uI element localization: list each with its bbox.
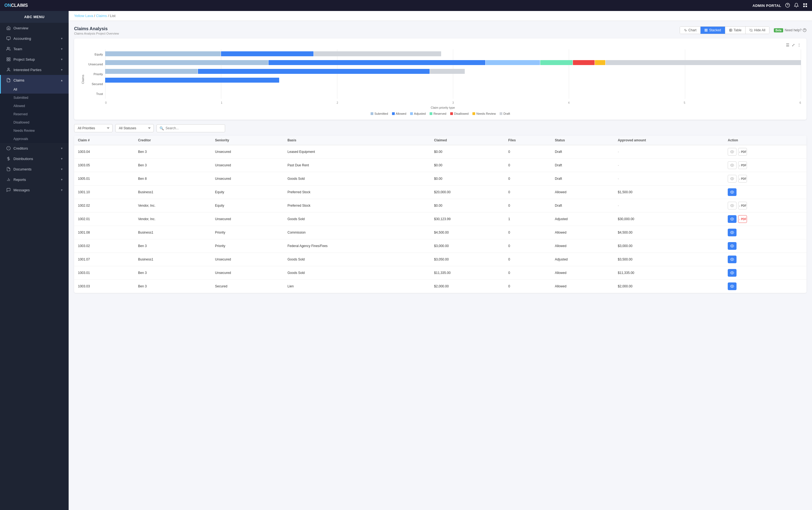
sidebar-sub-allowed[interactable]: Allowed [0, 102, 69, 110]
legend-submitted: Submitted [371, 112, 388, 115]
view-btn-8[interactable] [728, 256, 736, 263]
view-btn-2[interactable] [728, 175, 736, 183]
cell-files-3: 0 [504, 185, 551, 199]
pdf-btn-1[interactable]: ↓ PDF [738, 161, 747, 169]
bell-icon[interactable] [794, 3, 799, 8]
sidebar-item-interested-parties[interactable]: Interested Parties ▼ [0, 64, 69, 75]
claims-icon [6, 78, 11, 82]
pdf-btn-4[interactable]: ↓ PDF [738, 202, 747, 209]
view-btn-7[interactable] [728, 242, 736, 250]
sidebar-item-messages[interactable]: Messages ▼ [0, 185, 69, 195]
table-view-btn[interactable]: Table [725, 27, 746, 34]
list-view-icon-btn[interactable]: ☰ [786, 43, 789, 47]
stacked-view-btn[interactable]: Stacked [700, 27, 725, 34]
legend-dot-submitted [371, 112, 373, 115]
pdf-btn-0[interactable]: ↓ PDF [738, 148, 747, 156]
cell-status-5: Adjusted [551, 212, 614, 226]
pdf-btn-5[interactable]: ↓ PDF [738, 215, 747, 223]
chevron-messages: ▼ [60, 188, 63, 191]
analysis-title: Claims Analysis [74, 26, 119, 31]
legend-adjusted: Adjusted [410, 112, 426, 115]
documents-icon [6, 167, 11, 171]
sidebar-item-team[interactable]: Team ▼ [0, 43, 69, 54]
eye-icon-9 [730, 271, 734, 275]
sidebar-item-creditors[interactable]: Creditors ▼ [0, 143, 69, 153]
team-icon [6, 47, 11, 51]
cell-status-2: Draft [551, 172, 614, 185]
need-help-link[interactable]: Need help? [785, 28, 807, 32]
sidebar-label-messages: Messages [13, 188, 30, 192]
view-btn-0[interactable] [728, 148, 736, 156]
reports-icon [6, 177, 11, 182]
legend-dot-disallowed [450, 112, 453, 115]
bar-unsecured-submitted [105, 60, 268, 65]
breadcrumb-section[interactable]: Claims [96, 14, 107, 18]
claims-submenu: All Submitted Allowed Reserved Disallowe… [0, 85, 69, 143]
y-label-trust: Trust [96, 92, 103, 95]
top-navbar: ONCLAIMS ADMIN PORTAL [0, 0, 812, 11]
sidebar-item-overview[interactable]: Overview [0, 23, 69, 33]
cell-approved-8: $3,500.00 [614, 253, 724, 266]
need-help-icon [803, 28, 807, 32]
eye-icon-10 [730, 284, 734, 288]
view-btn-9[interactable] [728, 269, 736, 277]
view-btn-3[interactable] [728, 188, 736, 196]
sidebar-item-documents[interactable]: Documents ▼ [0, 164, 69, 174]
cell-seniority-4: Equity [211, 199, 284, 212]
eye-icon-7 [730, 244, 734, 248]
messages-icon [6, 188, 11, 192]
cell-claimed-0: $0.00 [430, 145, 504, 159]
sidebar-sub-disallowed[interactable]: Disallowed [0, 118, 69, 126]
parties-icon [6, 67, 11, 72]
sidebar-sub-all[interactable]: All [0, 85, 69, 94]
cell-approved-0: - [614, 145, 724, 159]
more-options-btn[interactable]: ⋮ [797, 43, 801, 47]
cell-seniority-0: Unsecured [211, 145, 284, 159]
priority-filter[interactable]: All Priorities Equity Unsecured Priority… [74, 124, 113, 132]
sidebar-sub-submitted[interactable]: Submitted [0, 94, 69, 102]
sidebar-item-accounting[interactable]: Accounting ▼ [0, 33, 69, 43]
breadcrumb-page: List [110, 14, 115, 18]
hide-all-view-btn[interactable]: Hide All [746, 27, 769, 34]
sidebar-item-project-setup[interactable]: Project Setup ▼ [0, 54, 69, 64]
view-btn-4[interactable] [728, 202, 736, 209]
help-icon[interactable] [785, 3, 790, 8]
sidebar-sub-approvals[interactable]: Approvals [0, 135, 69, 143]
bar-row-secured [105, 78, 801, 83]
sidebar-label-creditors: Creditors [13, 146, 28, 150]
bar-secured-allowed [105, 78, 279, 83]
sidebar-item-reports[interactable]: Reports ▼ [0, 174, 69, 185]
view-btn-5[interactable] [728, 215, 736, 223]
search-input[interactable] [166, 126, 222, 130]
logo[interactable]: ONCLAIMS [4, 3, 28, 8]
view-btn-10[interactable] [728, 282, 736, 290]
sidebar-label-overview: Overview [13, 26, 28, 30]
cell-claim-9: 1003.01 [74, 266, 134, 280]
chart-view-btn[interactable]: Chart [680, 27, 700, 34]
bar-priority-submitted [105, 69, 198, 74]
cell-seniority-1: Unsecured [211, 159, 284, 172]
pdf-btn-2[interactable]: ↓ PDF [738, 175, 747, 183]
sidebar-sub-reserved[interactable]: Reserved [0, 110, 69, 118]
cell-approved-4: - [614, 199, 724, 212]
sidebar-item-distributions[interactable]: Distributions ▼ [0, 153, 69, 164]
sidebar-item-claims[interactable]: Claims ▲ [0, 75, 69, 85]
cell-status-7: Allowed [551, 239, 614, 253]
expand-icon-btn[interactable]: ⤢ [792, 43, 795, 47]
view-btn-6[interactable] [728, 229, 736, 236]
grid-icon[interactable] [803, 3, 808, 8]
cell-files-7: 0 [504, 239, 551, 253]
view-btn-1[interactable] [728, 161, 736, 169]
cell-action-1: ↓ PDF [724, 159, 807, 172]
breadcrumb-project[interactable]: Yellow Lava [74, 14, 93, 18]
cell-approved-10: $2,000.00 [614, 280, 724, 293]
sidebar-sub-needs-review[interactable]: Needs Review [0, 126, 69, 135]
accounting-icon [6, 36, 11, 41]
legend-dot-reserved [430, 112, 432, 115]
cell-files-0: 0 [504, 145, 551, 159]
sidebar-title: ABC MENU [0, 11, 69, 23]
eye-icon-6 [730, 231, 734, 234]
search-icon: 🔍 [160, 126, 164, 130]
cell-status-6: Allowed [551, 226, 614, 239]
status-filter[interactable]: All Statuses Draft Allowed Adjusted Rese… [115, 124, 154, 132]
